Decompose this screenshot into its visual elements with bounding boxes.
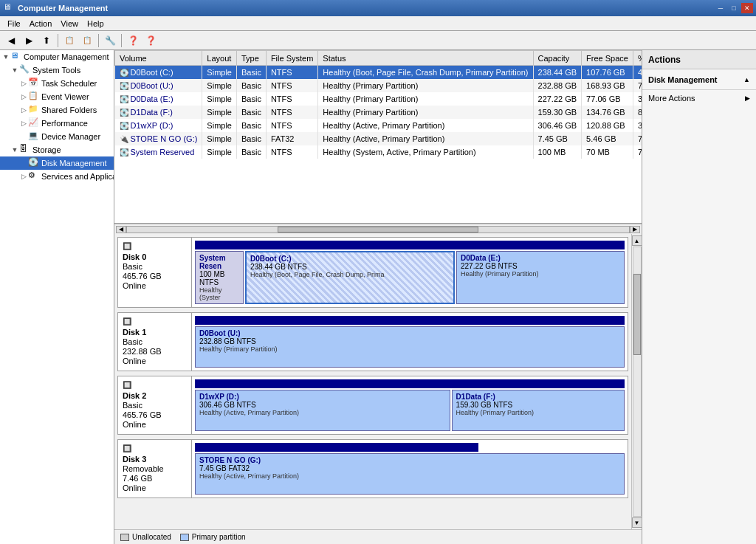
actions-more-actions[interactable]: More Actions ▶ <box>642 90 756 106</box>
disk-bar <box>195 379 625 388</box>
table-row[interactable]: 💽D0Boot (C:) Simple Basic NTFS Healthy (… <box>115 66 642 79</box>
maximize-button[interactable]: □ <box>728 3 740 13</box>
scrollbar-track[interactable] <box>126 226 630 233</box>
disk-bar <box>195 443 478 452</box>
menu-view[interactable]: View <box>56 18 83 30</box>
toolbar-up[interactable]: ⬆ <box>38 32 55 49</box>
disk-visual-scroll: 🔲 Disk 0 Basic 465.76 GB Online System R… <box>114 234 631 529</box>
cell-fs: NTFS <box>266 79 317 92</box>
cell-free: 5.46 GB <box>582 132 633 145</box>
col-status[interactable]: Status <box>318 51 533 66</box>
table-row[interactable]: 💽D0Boot (U:) Simple Basic NTFS Healthy (… <box>115 79 642 92</box>
cell-capacity: 232.88 GB <box>533 79 582 92</box>
col-free[interactable]: Free Space <box>582 51 633 66</box>
cell-status: Healthy (Primary Partition) <box>318 79 533 92</box>
disk-info: 🔲 Disk 2 Basic 465.76 GB Online <box>118 376 192 434</box>
partition-status: Healthy (Primary Partition) <box>461 270 620 278</box>
scroll-right[interactable]: ▶ <box>630 226 640 233</box>
cell-volume: 🔌STORE N GO (G:) <box>115 132 202 145</box>
table-row[interactable]: 🔌STORE N GO (G:) Simple Basic FAT32 Heal… <box>115 132 642 145</box>
toolbar-configure[interactable]: 🔧 <box>102 32 118 49</box>
minimize-button[interactable]: ─ <box>715 3 726 13</box>
col-volume[interactable]: Volume <box>115 51 202 66</box>
cell-fs: NTFS <box>266 66 317 79</box>
v-thumb[interactable] <box>633 274 641 354</box>
expand-icon: ▼ <box>10 66 19 75</box>
col-type[interactable]: Type <box>236 51 266 66</box>
partition-status: Healthy (Boot, Page File, Crash Dump, Pr… <box>250 271 450 278</box>
tree-services[interactable]: ▷ ⚙ Services and Applicat <box>0 170 114 183</box>
partition-status: Healthy (Syster <box>199 286 239 301</box>
cell-layout: Simple <box>202 119 237 132</box>
scroll-left[interactable]: ◀ <box>116 226 126 233</box>
cell-layout: Simple <box>202 132 237 145</box>
toolbar-forward[interactable]: ▶ <box>21 32 37 49</box>
tree-label-cm: Computer Management <box>24 52 109 61</box>
v-track[interactable] <box>633 247 642 517</box>
menu-help[interactable]: Help <box>83 18 109 30</box>
toolbar-help1[interactable]: ❓ <box>125 32 141 49</box>
disk-status: Online <box>123 483 187 492</box>
toolbar-show-hide[interactable]: 📋 <box>61 32 78 49</box>
cell-capacity: 159.30 GB <box>533 106 582 119</box>
col-pct[interactable]: % <box>633 51 642 66</box>
disk-name: Disk 3 <box>123 455 187 464</box>
table-row[interactable]: 💽D1Data (F:) Simple Basic NTFS Healthy (… <box>115 106 642 119</box>
cell-type: Basic <box>236 132 266 145</box>
actions-panel: Actions Disk Management ▲ More Actions ▶ <box>642 50 756 544</box>
tree-task-scheduler[interactable]: ▷ 📅 Task Scheduler <box>0 77 114 90</box>
partition[interactable]: System Resen 100 MB NTFS Healthy (Syster <box>195 251 244 304</box>
tree-label-svc: Services and Applicat <box>41 172 114 181</box>
partition[interactable]: D1Data (F:) 159.30 GB NTFS Healthy (Prim… <box>452 390 625 431</box>
event-viewer-icon: 📋 <box>28 91 40 103</box>
partition-size: 306.46 GB NTFS <box>199 401 446 409</box>
tree-shared-folders[interactable]: ▷ 📁 Shared Folders <box>0 103 114 117</box>
tree-event-viewer[interactable]: ▷ 📋 Event Viewer <box>0 90 114 103</box>
table-row[interactable]: 💽D0Data (E:) Simple Basic NTFS Healthy (… <box>115 92 642 106</box>
cell-type: Basic <box>236 145 266 159</box>
toolbar-back[interactable]: ◀ <box>3 32 19 49</box>
tree-storage[interactable]: ▼ 🗄 Storage <box>0 143 114 156</box>
disk-name: Disk 0 <box>123 252 187 261</box>
cell-volume: 💽D0Boot (C:) <box>115 66 202 79</box>
disk-small-icon: 🔲 <box>123 444 187 452</box>
disk-row: 🔲 Disk 0 Basic 465.76 GB Online System R… <box>117 237 628 308</box>
close-button[interactable]: ✕ <box>741 3 753 13</box>
tree-computer-management[interactable]: ▼ 🖥 Computer Management <box>0 50 114 63</box>
toolbar-help2[interactable]: ❓ <box>142 32 159 49</box>
table-row[interactable]: 💽D1wXP (D:) Simple Basic NTFS Healthy (A… <box>115 119 642 132</box>
partition[interactable]: D0Boot (U:) 232.88 GB NTFS Healthy (Prim… <box>195 326 625 368</box>
toolbar-show-hide2[interactable]: 📋 <box>79 32 95 49</box>
partition[interactable]: D0Boot (C:) 238.44 GB NTFS Healthy (Boot… <box>245 251 455 304</box>
table-row[interactable]: 💽System Reserved Simple Basic NTFS Healt… <box>115 145 642 159</box>
col-capacity[interactable]: Capacity <box>533 51 582 66</box>
expand-icon: ▼ <box>1 52 10 61</box>
scrollbar-thumb[interactable] <box>278 227 478 233</box>
actions-sub-header[interactable]: Disk Management ▲ <box>642 69 756 90</box>
menu-action[interactable]: Action <box>25 18 57 30</box>
volume-icon: 🔌 <box>120 135 128 143</box>
partition[interactable]: D0Data (E:) 227.22 GB NTFS Healthy (Prim… <box>456 251 625 304</box>
menu-file[interactable]: File <box>3 18 25 30</box>
title-bar-buttons: ─ □ ✕ <box>715 3 753 13</box>
h-scrollbar[interactable]: ◀ ▶ <box>114 224 642 234</box>
tree-performance[interactable]: ▷ 📈 Performance <box>0 117 114 130</box>
cell-capacity: 227.22 GB <box>533 92 582 106</box>
tree-label-dm: Device Manager <box>41 132 100 141</box>
more-actions-label: More Actions <box>648 94 695 103</box>
disk-visual-inner: 🔲 Disk 0 Basic 465.76 GB Online System R… <box>114 234 642 529</box>
scroll-down[interactable]: ▼ <box>632 517 642 528</box>
tree-system-tools[interactable]: ▼ 🔧 System Tools <box>0 63 114 77</box>
volume-icon: 💽 <box>120 69 128 77</box>
partition[interactable]: D1wXP (D:) 306.46 GB NTFS Healthy (Activ… <box>195 390 450 431</box>
tree-disk-management[interactable]: 💽 Disk Management <box>0 156 114 170</box>
col-layout[interactable]: Layout <box>202 51 237 66</box>
partition[interactable]: STORE N GO (G:) 7.45 GB FAT32 Healthy (A… <box>195 453 625 495</box>
disk-info: 🔲 Disk 3 Removable 7.46 GB Online <box>118 440 192 497</box>
v-scrollbar[interactable]: ▲ ▼ <box>631 234 642 529</box>
tree-device-manager[interactable]: 💻 Device Manager <box>0 130 114 143</box>
col-fs[interactable]: File System <box>266 51 317 66</box>
partitions-row: D0Boot (U:) 232.88 GB NTFS Healthy (Prim… <box>195 326 625 368</box>
scroll-up[interactable]: ▲ <box>632 235 642 246</box>
cell-type: Basic <box>236 66 266 79</box>
